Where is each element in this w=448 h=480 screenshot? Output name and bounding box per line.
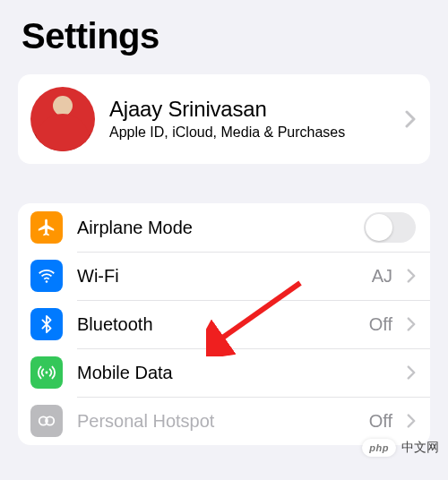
chevron-right-icon	[407, 365, 416, 380]
row-value: Off	[369, 314, 392, 335]
row-personal-hotspot[interactable]: Personal Hotspot Off	[18, 397, 430, 445]
bluetooth-icon	[30, 308, 63, 340]
profile-text: Ajaay Srinivasan Apple ID, iCloud, Media…	[109, 97, 391, 141]
airplane-icon	[30, 211, 63, 244]
row-label: Personal Hotspot	[77, 411, 355, 432]
profile-subtitle: Apple ID, iCloud, Media & Purchases	[109, 124, 391, 141]
airplane-switch[interactable]	[364, 212, 416, 243]
hotspot-icon	[30, 405, 63, 437]
profile-name: Ajaay Srinivasan	[109, 97, 391, 122]
settings-list: Airplane Mode Wi-Fi AJ Bluetooth Off Mob…	[18, 203, 430, 445]
antenna-icon	[30, 356, 63, 389]
chevron-right-icon	[405, 110, 416, 128]
profile-card[interactable]: Ajaay Srinivasan Apple ID, iCloud, Media…	[18, 74, 430, 164]
wifi-icon	[30, 260, 63, 292]
row-airplane-mode[interactable]: Airplane Mode	[18, 203, 430, 252]
chevron-right-icon	[407, 317, 416, 331]
row-mobile-data[interactable]: Mobile Data	[18, 348, 430, 397]
chevron-right-icon	[407, 414, 416, 428]
row-value: AJ	[372, 266, 392, 287]
svg-point-1	[46, 372, 48, 374]
svg-point-0	[46, 280, 48, 283]
page-title: Settings	[0, 0, 448, 74]
avatar	[30, 87, 95, 151]
profile-row[interactable]: Ajaay Srinivasan Apple ID, iCloud, Media…	[18, 74, 430, 164]
chevron-right-icon	[407, 269, 416, 283]
row-wifi[interactable]: Wi-Fi AJ	[18, 252, 430, 300]
row-label: Mobile Data	[77, 363, 392, 383]
row-value: Off	[369, 411, 392, 432]
row-label: Airplane Mode	[77, 218, 349, 238]
row-label: Bluetooth	[77, 314, 355, 335]
row-bluetooth[interactable]: Bluetooth Off	[18, 300, 430, 348]
row-label: Wi-Fi	[77, 266, 358, 287]
